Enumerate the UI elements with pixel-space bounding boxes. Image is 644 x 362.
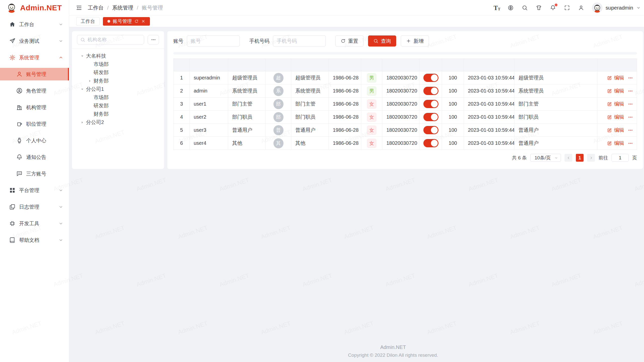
sidebar-item-notice[interactable]: 通知公告 (0, 151, 69, 163)
refresh-icon (341, 38, 346, 43)
goto-page-input[interactable] (612, 154, 629, 162)
fullscreen-icon[interactable] (564, 5, 570, 11)
row-more-button[interactable] (628, 114, 633, 120)
add-button[interactable]: 新增 (401, 35, 429, 47)
row-more-button[interactable] (628, 127, 633, 133)
breadcrumb-item-system-management[interactable]: 系统管理 / (112, 4, 142, 11)
sidebar-item-personal-center[interactable]: 个人中心 (0, 134, 69, 147)
tree-node[interactable]: 市场部 (77, 93, 159, 102)
caret-icon[interactable] (80, 87, 85, 92)
menu-item-label: 日志管理 (19, 204, 39, 210)
user-menu[interactable]: superadmin (592, 3, 641, 13)
reset-button[interactable]: 重置 (335, 35, 364, 47)
edit-button[interactable]: 编辑 (607, 101, 624, 107)
sidebar-item-org-management[interactable]: 机构管理 (0, 101, 69, 114)
menu-collapse-icon[interactable] (76, 5, 82, 11)
close-icon[interactable] (141, 19, 145, 23)
cell-name: 部门职员 (291, 111, 329, 124)
tree-node[interactable]: 市场部 (77, 60, 159, 68)
phone-filter-input[interactable] (273, 35, 326, 47)
search-icon[interactable] (521, 5, 528, 11)
cell-remark: 系统管理员 (514, 84, 597, 98)
caret-icon[interactable] (88, 79, 92, 83)
edit-button[interactable]: 编辑 (607, 87, 624, 94)
language-icon[interactable] (507, 5, 514, 11)
tab-workbench[interactable]: 工作台 (76, 17, 100, 26)
tree-more-button[interactable] (148, 35, 159, 44)
sidebar-item-account-management[interactable]: 账号管理 (0, 68, 69, 80)
tabbar: 工作台 账号管理 (69, 16, 644, 27)
prev-page-button[interactable] (565, 154, 572, 162)
robot-logo-icon (6, 2, 17, 13)
breadcrumb-item-account-management[interactable]: 账号管理 / (142, 4, 163, 11)
refresh-icon[interactable] (134, 19, 139, 23)
next-page-button[interactable] (587, 154, 595, 162)
row-more-button[interactable] (628, 88, 633, 94)
sidebar-item-third-party-account[interactable]: 三方账号 (0, 167, 69, 180)
tree-node[interactable]: 大名科技 (77, 52, 159, 60)
edit-button[interactable]: 编辑 (607, 140, 624, 147)
sidebar-item-system-management[interactable]: 系统管理 (0, 51, 69, 64)
status-toggle[interactable] (423, 113, 438, 121)
phone-filter-label: 手机号码 (249, 38, 269, 44)
cell-actions: 编辑 (597, 98, 637, 111)
org-search-input[interactable] (88, 37, 141, 42)
edit-button[interactable]: 编辑 (607, 74, 624, 81)
topbar-icons: TT (493, 5, 584, 11)
row-more-button[interactable] (628, 101, 633, 107)
cell-actions: 编辑 (597, 111, 637, 124)
caret-icon[interactable] (80, 120, 85, 125)
profile-icon[interactable] (578, 5, 584, 11)
sidebar-item-position-management[interactable]: 职位管理 (0, 118, 69, 130)
theme-icon[interactable] (536, 5, 542, 11)
row-more-button[interactable] (628, 141, 633, 146)
org-tree: 大名科技 市场部 研发部 财务部 分公司1 (77, 52, 159, 126)
cell-seq: 1 (174, 71, 190, 84)
breadcrumb-item-workbench[interactable]: 工作台 / (88, 4, 112, 11)
sidebar-item-platform-management[interactable]: 平台管理 (0, 184, 69, 197)
edit-button[interactable]: 编辑 (607, 127, 624, 133)
status-toggle[interactable] (423, 139, 438, 147)
tab-account-management[interactable]: 账号管理 (103, 17, 150, 26)
sidebar-item-help-docs[interactable]: 帮助文档 (0, 234, 69, 246)
menu-item-label: 角色管理 (26, 87, 46, 94)
tree-node[interactable]: 财务部 (77, 110, 159, 118)
tree-node[interactable]: 财务部 (77, 77, 159, 85)
account-filter-input[interactable] (187, 35, 240, 47)
avatar: 部 (273, 99, 284, 109)
avatar: 其 (273, 138, 284, 148)
cell-phone: 18020030720 (382, 71, 419, 84)
cell-status (419, 137, 442, 150)
status-toggle[interactable] (423, 87, 438, 95)
status-toggle[interactable] (423, 100, 438, 108)
table-row: 3 user1 部门主管 部 部门主管 1986-06-28 女 1802003… (174, 98, 637, 111)
status-toggle[interactable] (423, 74, 438, 82)
page-size-select[interactable]: 10条/页 (530, 154, 561, 162)
breadcrumb: 工作台 / 系统管理 / 账号管理 / (88, 4, 163, 11)
edit-button[interactable]: 编辑 (607, 114, 624, 120)
tree-node[interactable]: 分公司1 (77, 85, 159, 93)
table-row: 1 superadmin 超级管理员 超 超级管理员 1986-06-28 男 … (174, 71, 637, 84)
tree-node[interactable]: 研发部 (77, 102, 159, 110)
menu-item-icon (16, 137, 23, 144)
column-header (329, 59, 361, 71)
sidebar-item-log-management[interactable]: 日志管理 (0, 201, 69, 213)
page-1-button[interactable]: 1 (576, 154, 584, 162)
robot-avatar-icon (592, 4, 602, 13)
font-size-icon[interactable]: TT (493, 5, 500, 11)
row-more-button[interactable] (628, 75, 633, 81)
cell-order: 100 (442, 111, 464, 124)
menu-item-label: 平台管理 (19, 187, 39, 194)
tree-node[interactable]: 分公司2 (77, 118, 159, 126)
sidebar-item-role-management[interactable]: 角色管理 (0, 84, 69, 97)
caret-icon[interactable] (80, 54, 85, 58)
status-toggle[interactable] (423, 126, 438, 134)
notification-icon[interactable] (550, 5, 556, 11)
sidebar-item-business-test[interactable]: 业务测试 (0, 35, 69, 47)
query-button[interactable]: 查询 (368, 35, 396, 47)
cell-time: 2023-01-03 10:59:44 (464, 124, 514, 137)
sidebar-item-dev-tools[interactable]: 开发工具 (0, 217, 69, 230)
sidebar-item-workbench[interactable]: 工作台 (0, 18, 69, 31)
tree-node[interactable]: 研发部 (77, 68, 159, 77)
menu-item-icon (16, 121, 23, 127)
